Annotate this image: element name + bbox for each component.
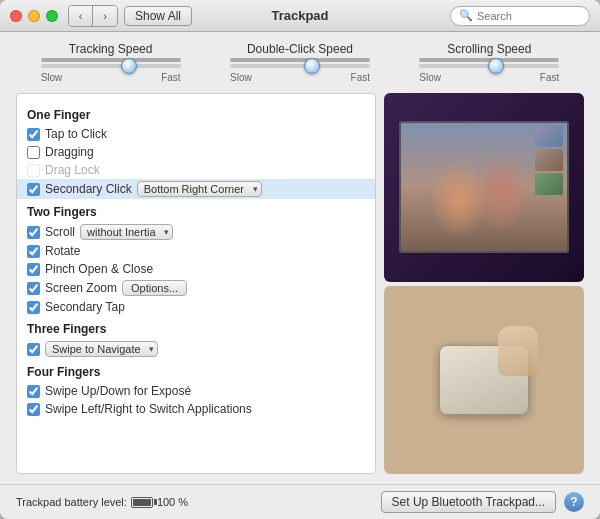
trackpad-visual	[439, 345, 529, 415]
bluetooth-trackpad-button[interactable]: Set Up Bluetooth Trackpad...	[381, 491, 556, 513]
screen-zoom-options-button[interactable]: Options...	[122, 280, 187, 296]
tap-to-click-checkbox[interactable]	[27, 128, 40, 141]
rotate-label: Rotate	[45, 244, 80, 258]
mock-screen	[399, 121, 569, 253]
screen-zoom-label: Screen Zoom	[45, 281, 117, 295]
rotate-item: Rotate	[27, 242, 365, 260]
swipe-navigate-item: Swipe to Navigate Page Flip	[27, 339, 365, 359]
swipe-updown-label: Swipe Up/Down for Exposé	[45, 384, 191, 398]
pinch-item: Pinch Open & Close	[27, 260, 365, 278]
swipe-leftright-item: Swipe Left/Right to Switch Applications	[27, 400, 365, 418]
tap-to-click-item: Tap to Click	[27, 125, 365, 143]
scroll-fast-label: Fast	[540, 72, 559, 83]
double-click-speed-group: Double-Click Speed Slow Fast	[220, 42, 380, 83]
dragging-checkbox[interactable]	[27, 146, 40, 159]
pinch-label: Pinch Open & Close	[45, 262, 153, 276]
battery-info: Trackpad battery level: 100 %	[16, 496, 188, 508]
drag-lock-label: Drag Lock	[45, 163, 100, 177]
scrolling-speed-track	[419, 64, 559, 68]
secondary-tap-checkbox[interactable]	[27, 301, 40, 314]
double-click-speed-slider[interactable]	[230, 58, 370, 62]
secondary-click-dropdown[interactable]: Bottom Right Corner Bottom Left Corner T…	[137, 181, 262, 197]
double-click-speed-label: Double-Click Speed	[247, 42, 353, 56]
scroll-slow-label: Slow	[419, 72, 441, 83]
tracking-speed-slider[interactable]	[41, 58, 181, 62]
help-button[interactable]: ?	[564, 492, 584, 512]
nav-buttons: ‹ ›	[68, 5, 118, 27]
mock-thumb-strip	[535, 125, 565, 195]
preview-panel	[384, 93, 584, 474]
maximize-button[interactable]	[46, 10, 58, 22]
secondary-tap-item: Secondary Tap	[27, 298, 365, 316]
secondary-click-item: Secondary Click Bottom Right Corner Bott…	[17, 179, 375, 199]
scroll-dropdown-wrapper: without Inertia with Inertia	[80, 224, 173, 240]
sliders-row: Tracking Speed Slow Fast Double-Click Sp…	[16, 42, 584, 83]
finger-hint	[498, 326, 538, 376]
one-finger-header: One Finger	[27, 108, 365, 122]
preview-bottom	[384, 286, 584, 475]
dclick-fast-label: Fast	[351, 72, 370, 83]
scrolling-speed-group: Scrolling Speed Slow Fast	[409, 42, 569, 83]
rotate-checkbox[interactable]	[27, 245, 40, 258]
titlebar: ‹ › Show All Trackpad 🔍	[0, 0, 600, 32]
swipe-updown-item: Swipe Up/Down for Exposé	[27, 382, 365, 400]
swipe-leftright-label: Swipe Left/Right to Switch Applications	[45, 402, 252, 416]
scroll-checkbox[interactable]	[27, 226, 40, 239]
footer: Trackpad battery level: 100 % Set Up Blu…	[0, 484, 600, 519]
secondary-click-checkbox[interactable]	[27, 183, 40, 196]
three-fingers-header: Three Fingers	[27, 322, 365, 336]
search-input[interactable]	[477, 10, 581, 22]
battery-percent: 100 %	[157, 496, 188, 508]
drag-lock-checkbox[interactable]	[27, 164, 40, 177]
minimize-button[interactable]	[28, 10, 40, 22]
screen-zoom-item: Screen Zoom Options...	[27, 278, 365, 298]
search-icon: 🔍	[459, 9, 473, 22]
drag-lock-item: Drag Lock	[27, 161, 365, 179]
scroll-dropdown[interactable]: without Inertia with Inertia	[80, 224, 173, 240]
preview-top	[384, 93, 584, 282]
tracking-fast-label: Fast	[161, 72, 180, 83]
secondary-click-dropdown-wrapper: Bottom Right Corner Bottom Left Corner T…	[137, 181, 262, 197]
preview-top-inner	[384, 93, 584, 282]
four-fingers-header: Four Fingers	[27, 365, 365, 379]
swipe-navigate-dropdown[interactable]: Swipe to Navigate Page Flip	[45, 341, 158, 357]
battery-label: Trackpad battery level:	[16, 496, 127, 508]
scroll-label: Scroll	[45, 225, 75, 239]
tracking-speed-group: Tracking Speed Slow Fast	[31, 42, 191, 83]
search-box: 🔍	[450, 6, 590, 26]
window: ‹ › Show All Trackpad 🔍 Tracking Speed S…	[0, 0, 600, 519]
pinch-checkbox[interactable]	[27, 263, 40, 276]
scrolling-speed-slider[interactable]	[419, 58, 559, 62]
close-button[interactable]	[10, 10, 22, 22]
tap-to-click-label: Tap to Click	[45, 127, 107, 141]
forward-button[interactable]: ›	[93, 6, 117, 26]
content: Tracking Speed Slow Fast Double-Click Sp…	[0, 32, 600, 484]
dragging-item: Dragging	[27, 143, 365, 161]
show-all-button[interactable]: Show All	[124, 6, 192, 26]
settings-panel: One Finger Tap to Click Dragging Drag Lo…	[16, 93, 376, 474]
tracking-slow-label: Slow	[41, 72, 63, 83]
double-click-speed-minmax: Slow Fast	[230, 72, 370, 83]
swipe-navigate-dropdown-wrapper: Swipe to Navigate Page Flip	[45, 341, 158, 357]
secondary-tap-label: Secondary Tap	[45, 300, 125, 314]
tracking-speed-minmax: Slow Fast	[41, 72, 181, 83]
tracking-speed-track	[41, 64, 181, 68]
main-panel: One Finger Tap to Click Dragging Drag Lo…	[16, 93, 584, 474]
traffic-lights	[10, 10, 58, 22]
secondary-click-label: Secondary Click	[45, 182, 132, 196]
swipe-leftright-checkbox[interactable]	[27, 403, 40, 416]
thumb-2	[535, 149, 563, 171]
window-title: Trackpad	[271, 8, 328, 23]
battery-icon	[131, 497, 153, 508]
screen-zoom-checkbox[interactable]	[27, 282, 40, 295]
battery-body	[131, 497, 153, 508]
double-click-speed-track	[230, 64, 370, 68]
dclick-slow-label: Slow	[230, 72, 252, 83]
scrolling-speed-minmax: Slow Fast	[419, 72, 559, 83]
battery-fill	[133, 499, 151, 506]
back-button[interactable]: ‹	[69, 6, 93, 26]
two-fingers-header: Two Fingers	[27, 205, 365, 219]
swipe-updown-checkbox[interactable]	[27, 385, 40, 398]
thumb-3	[535, 173, 563, 195]
swipe-navigate-checkbox[interactable]	[27, 343, 40, 356]
